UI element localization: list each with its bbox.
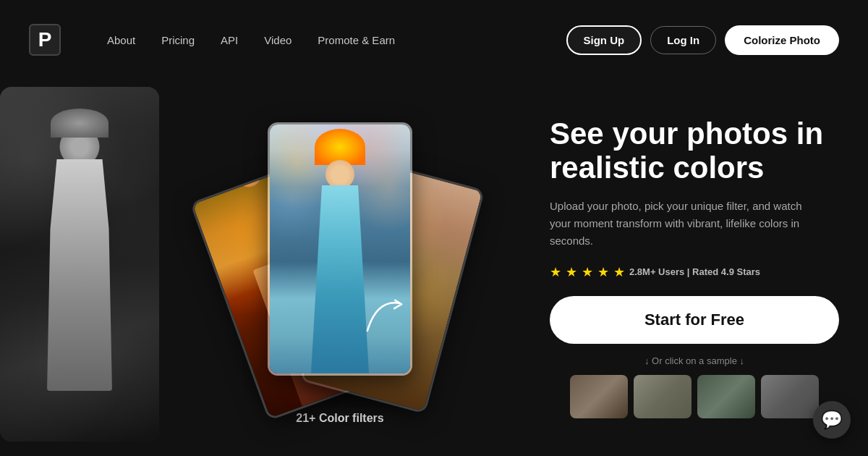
star-4: ★ [597,264,609,280]
bw-headdress [51,109,109,138]
samples-row [550,375,839,418]
right-section: See your photos in realistic colors Uplo… [535,80,868,456]
stars-row: ★ ★ ★ ★ ★ 2.8M+ Users | Rated 4.9 Stars [550,264,839,280]
card-center-head [326,160,354,189]
sample-thumb-2[interactable] [634,375,692,418]
chat-icon: 💬 [821,410,843,430]
bw-photo-inner [0,87,159,442]
nav-actions: Sign Up Log In Colorize Photo [566,25,840,55]
star-5: ★ [613,264,625,280]
nav-about[interactable]: About [97,30,145,51]
card-left-head [232,161,265,190]
sample-thumb-4[interactable] [761,375,819,418]
cards-label: 21+ Color filters [296,412,383,425]
card-left-headdress [218,161,266,173]
stats-text: 2.8M+ Users | Rated 4.9 Stars [629,266,760,277]
sample-hint: ↓ Or click on a sample ↓ [550,355,839,366]
bw-photo [0,87,159,442]
sample-thumb-1[interactable] [570,375,628,418]
colorize-button[interactable]: Colorize Photo [725,25,839,55]
bw-figure [33,127,127,402]
start-free-button[interactable]: Start for Free [550,296,839,344]
center-section: 21+ Color filters [159,80,521,456]
cards-fan [195,111,485,401]
bw-figure-body [47,159,112,391]
hero-subtitle: Upload your photo, pick your unique filt… [550,198,817,250]
arrow-doodle [354,286,420,347]
star-3: ★ [582,264,593,280]
nav-pricing[interactable]: Pricing [151,30,205,51]
nav-api[interactable]: API [210,30,248,51]
star-2: ★ [566,264,577,280]
hero-title: See your photos in realistic colors [550,117,839,184]
nav-promote[interactable]: Promote & Earn [307,30,405,51]
nav-video[interactable]: Video [254,30,302,51]
nav-links: About Pricing API Video Promote & Earn [97,30,566,51]
login-button[interactable]: Log In [650,26,716,54]
star-1: ★ [550,264,561,280]
sample-thumb-3[interactable] [697,375,755,418]
chat-widget[interactable]: 💬 [813,401,851,439]
navigation: P About Pricing API Video Promote & Earn… [0,0,868,80]
main-content: 21+ Color filters See your photos in rea… [0,80,868,456]
signup-button[interactable]: Sign Up [566,25,642,55]
logo[interactable]: P [29,24,61,56]
